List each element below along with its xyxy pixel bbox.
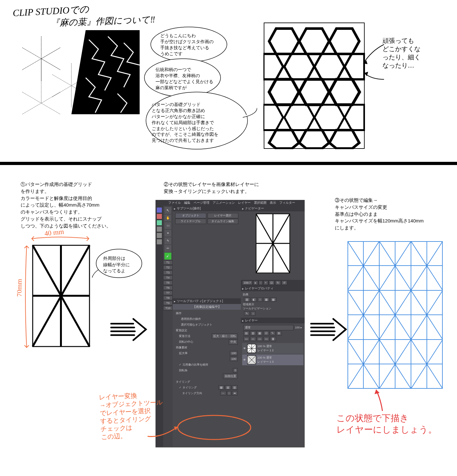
editing-banner: 【画像設定編集中】 (173, 304, 241, 310)
keep-ratio-check[interactable]: ✓ 元画像の比率を維持 (175, 362, 239, 367)
effect-icons[interactable]: ▨◐○▦▩ (243, 297, 303, 302)
layer-icon-row2[interactable]: ▭▭▭▭🗑 (242, 336, 303, 342)
bubble-3-text: パターンの基礎グリッド となる正六角形の敷き詰め パターンがなかなか正確に 作れ… (152, 102, 218, 143)
preset-t8[interactable]: T8 (163, 296, 173, 300)
image-material-section: 画像素材 (175, 345, 239, 350)
preset-t7[interactable]: T7 (163, 291, 173, 295)
layer-icon-row[interactable]: ▤▥▦☑✎⊞ (242, 330, 303, 336)
bubble-1-text: どうもこんにちわ 手が空けばクリスタ作画の 手抜き技など考えている うめこです (160, 33, 214, 57)
step1-text: ①パターン作成用の基礎グリッド を作ります。 カラーモードと解像度は使用目的 に… (21, 181, 111, 229)
step3-text: ③その状態で編集→ キャンバスサイズの変更 基準点は中心のまま キャンバスサイズ… (335, 197, 424, 231)
transform-method[interactable]: 変形方法拡大・縮小・回転 (175, 333, 239, 339)
brush-icon[interactable]: 🖌 (164, 253, 171, 260)
asanoha-sample (22, 30, 140, 114)
rotation-row[interactable]: 回転角0 (175, 367, 239, 373)
preset-t10[interactable]: T10 (163, 306, 173, 310)
bubble-2-text: 伝統和柄の一つで 浴衣や半襟、友禅柄の 一部などなどでよく見かける 麻の葉柄です… (156, 67, 213, 91)
preset-t5[interactable]: T5 (163, 281, 173, 285)
layer-header[interactable]: ▸レイヤー (241, 318, 305, 323)
tool-icon[interactable] (157, 227, 162, 232)
selectable-obj[interactable]: 選択可能なオブジェクト (175, 322, 239, 327)
dim-width-arrow (30, 235, 90, 243)
transparent-op[interactable]: 透明箇所の操作 (175, 316, 239, 322)
pen-icon[interactable]: ✏ (164, 245, 171, 252)
free-position[interactable]: 自由位置 (175, 373, 239, 379)
tool-icon[interactable] (157, 214, 162, 219)
navigator-controls[interactable]: 159.7▸-+⊡↻↺ (241, 280, 305, 286)
preset-t2[interactable]: T2 (163, 265, 173, 270)
outer-note-text: 外周部分は 線幅が半分に なってるよ (103, 255, 130, 274)
svg-point-62 (178, 415, 251, 440)
preset-t9[interactable]: T9 (163, 301, 173, 305)
layer-select-subtool[interactable]: レイヤー選択 (208, 213, 239, 218)
tool-presets-bar[interactable]: ↖ ✋ ▭ ✦ ✎ ✏ 🖌 T1 T2 T3 T4 T5 T6 T7 T8 T9… (163, 206, 173, 447)
navigator-thumbnail[interactable] (255, 213, 290, 274)
tiled-result (348, 241, 443, 389)
step2-handnote: レイヤー変換 →オブジェクトツール でレイヤーを選択 するとタイリング チェック… (99, 390, 165, 441)
light-table-subtool[interactable]: ライトテーブル (175, 219, 206, 224)
wand-icon[interactable]: ✦ (164, 230, 171, 237)
blend-mode[interactable]: 通常100 ▸ (242, 325, 303, 330)
big-arrow-2 (309, 317, 351, 343)
tiling-check[interactable]: ✓ タイリング▦▤▥ (175, 385, 239, 390)
layerprop-header[interactable]: ▸レイヤープロパティ (241, 286, 305, 291)
tiling-section: タイリング (175, 379, 239, 385)
rotation-center[interactable]: 回転の中心中央 (175, 339, 239, 345)
base-unit-figure (32, 244, 90, 347)
step3-handnote: この状態で下描き レイヤーにしましょう。 (336, 413, 437, 436)
timeline-subtool[interactable]: タイムライン編集 (208, 219, 239, 224)
dim-height-arrow (23, 244, 31, 349)
section-divider (0, 162, 457, 165)
tiling-circle-annotation (176, 414, 252, 443)
layer-row-1[interactable]: 👁 100 % 通常 レイヤー 1 2 (242, 343, 303, 354)
marquee-icon[interactable]: ▭ (164, 222, 171, 229)
toolprop-header[interactable]: ▸ツールプロパティ[オブジェクト] (173, 298, 241, 304)
big-arrow-1 (109, 317, 151, 343)
tool-nav-label: ツールナビゲーション (243, 307, 303, 311)
cursor-icon[interactable]: ↖ (164, 207, 171, 214)
toolnav-icons[interactable]: ✎○ (243, 311, 303, 316)
clipstudio-window: ファイル編集ページ管理アニメーションレイヤー選択範囲表示フィルター ↖ ✋ ▭ … (156, 200, 305, 447)
navigator-header[interactable]: ▸ナビゲーター (241, 206, 305, 211)
menu-bar[interactable]: ファイル編集ページ管理アニメーションレイヤー選択範囲表示フィルター (156, 200, 305, 206)
effect-label: 効果 (243, 293, 303, 297)
preset-t6[interactable]: T6 (163, 286, 173, 290)
eyedrop-icon[interactable]: ✎ (164, 237, 171, 244)
tool-icon[interactable] (157, 233, 162, 238)
svg-marker-97 (374, 390, 380, 394)
hand-icon[interactable]: ✋ (164, 215, 171, 221)
area-display-label: 領域表示 (243, 302, 303, 307)
step2-text: ②その状態でレイヤーを画像素材レイヤーに 変換→タイリングにチェックいれます。 (164, 181, 259, 195)
preset-t4[interactable]: T4 (163, 275, 173, 280)
transform-section: 変形設定 (175, 327, 239, 333)
scale-row[interactable]: 拡大率100 (175, 350, 239, 356)
layer-row-2[interactable]: 👁 100 % 通常 レイヤー 1 3 (242, 354, 303, 365)
preset-t1[interactable]: T1 (163, 260, 173, 265)
subtool-header[interactable]: ▸サブツール[操作] (173, 206, 241, 211)
op-section: 操作 (175, 310, 239, 316)
hexagon-grid (263, 22, 365, 149)
tool-icon[interactable] (157, 239, 162, 244)
dim-height-label: 70mm (15, 279, 23, 297)
tiling-direction[interactable]: タイリング方向↔↕⬌ (175, 390, 239, 396)
side-note-right: 頑張っても どこかすくな ったり、細く なったり… (382, 36, 421, 69)
object-subtool[interactable]: オブジェクト (175, 213, 206, 218)
tool-icon[interactable] (157, 220, 162, 225)
red-arrow (371, 387, 394, 413)
preset-t3[interactable]: T3 (163, 270, 173, 275)
tool-icon[interactable] (157, 208, 162, 213)
